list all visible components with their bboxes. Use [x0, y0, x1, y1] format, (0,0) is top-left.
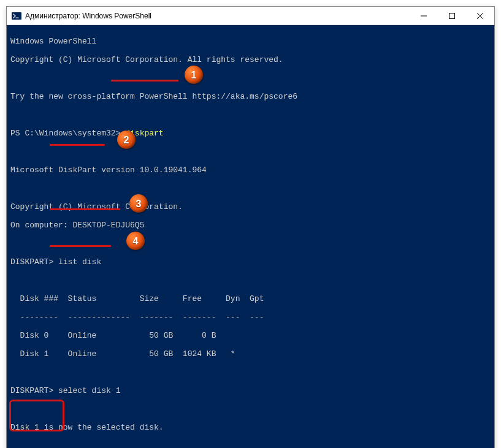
annotation-callout-3: 3: [129, 194, 148, 213]
prompt-line: DISKPART> select disk 1: [10, 386, 491, 395]
output-line: Microsoft DiskPart version 10.0.19041.96…: [10, 165, 491, 175]
output-line: Windows PowerShell: [10, 37, 491, 46]
table-row: Disk 1 Online 50 GB 1024 KB *: [10, 349, 491, 359]
output-line: [10, 276, 491, 285]
annotation-callout-1: 1: [185, 66, 203, 84]
svg-rect-0: [12, 12, 21, 20]
prompt: DISKPART>: [10, 386, 58, 395]
output-line: [10, 147, 491, 156]
maximize-button[interactable]: [438, 7, 466, 25]
annotation-callout-4: 4: [126, 232, 145, 250]
output-line: -------- ------------- ------- ------- -…: [10, 313, 491, 322]
output-line: [10, 110, 491, 120]
minimize-button[interactable]: [410, 7, 438, 25]
powershell-window: Администратор: Windows PowerShell Window…: [6, 6, 495, 448]
table-header: Disk ### Status Size Free Dyn Gpt: [10, 294, 491, 303]
output-line: [10, 368, 491, 377]
table-row: Disk 0 Online 50 GB 0 B: [10, 331, 491, 340]
annotation-callout-2: 2: [117, 131, 136, 149]
prompt: DISKPART>: [10, 257, 58, 267]
output-line: Disk 1 is now the selected disk.: [10, 423, 491, 432]
annotation-underline: [111, 80, 178, 82]
prompt-line: DISKPART> list disk: [10, 257, 491, 267]
annotation-underline: [50, 144, 105, 146]
close-button[interactable]: [466, 7, 494, 25]
output-line: Try the new cross-platform PowerShell ht…: [10, 92, 491, 101]
svg-rect-2: [449, 13, 455, 18]
output-line: [10, 441, 491, 448]
prompt: PS C:\Windows\system32>: [10, 129, 125, 138]
window-titlebar[interactable]: Администратор: Windows PowerShell: [7, 7, 494, 25]
command: select disk 1: [58, 386, 120, 395]
output-line: On computer: DESKTOP-EDJU6Q5: [10, 221, 491, 230]
terminal-output[interactable]: Windows PowerShell Copyright (C) Microso…: [7, 25, 494, 448]
prompt-line: PS C:\Windows\system32> diskpart: [10, 129, 491, 138]
window-controls: [410, 7, 494, 25]
window-title: Администратор: Windows PowerShell: [25, 12, 410, 20]
annotation-underline: [50, 245, 111, 247]
command: list disk: [58, 257, 101, 267]
output-line: [10, 404, 491, 414]
output-line: Copyright (C) Microsoft Corporation. All…: [10, 55, 491, 64]
powershell-icon: [12, 11, 21, 21]
output-line: [10, 184, 491, 193]
annotation-underline: [50, 208, 120, 210]
output-line: [10, 74, 491, 83]
